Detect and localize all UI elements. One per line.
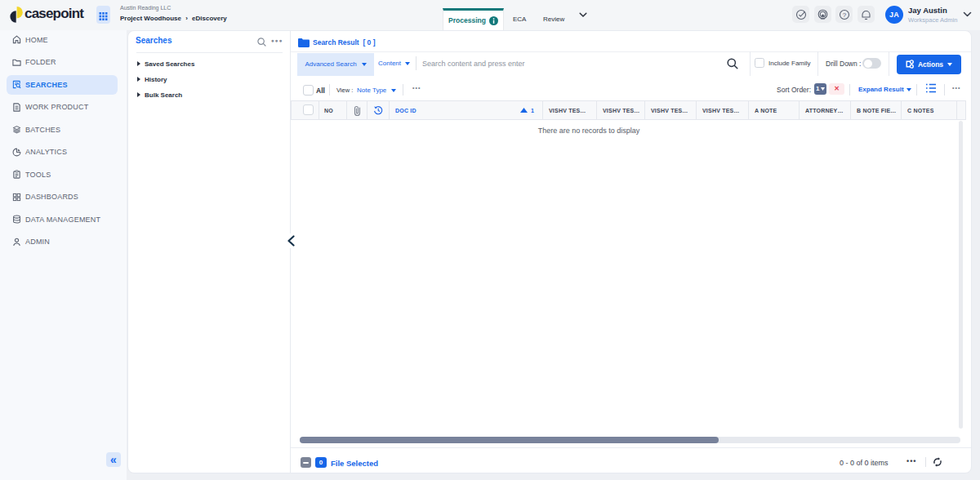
svg-text:?: ? [842, 11, 846, 19]
svg-text:casepoint: casepoint [24, 6, 84, 21]
